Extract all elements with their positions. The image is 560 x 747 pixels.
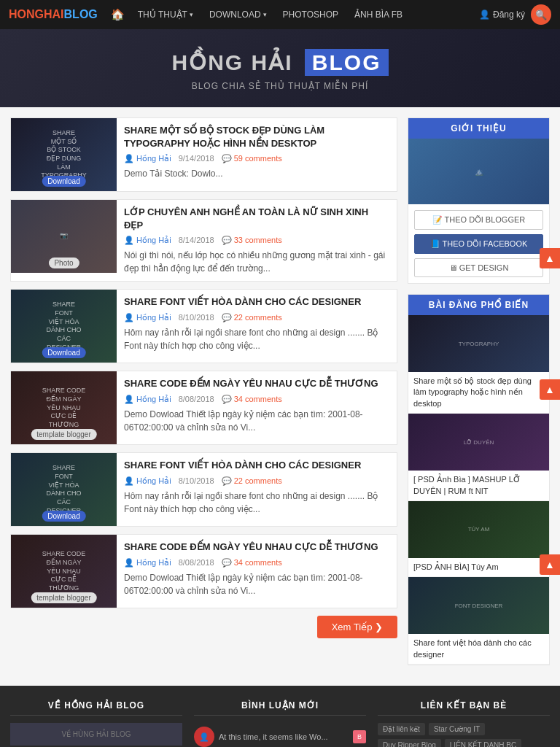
main-nav: THỦ THUẬT ▾ DOWNLOAD ▾ PHOTOSHOP ẢNH BÌA…	[131, 7, 479, 23]
popular-thumb-text: TÚY AM	[468, 526, 490, 533]
scroll-up-button-2[interactable]: ▲	[540, 379, 560, 400]
get-design-button[interactable]: 🖥 GET DESIGN	[414, 258, 543, 277]
post-date: 8/14/2018	[179, 236, 214, 245]
post-card: SHARE CODEĐẾM NGÀYYÊU NHAUCỰC DỄTHƯƠNG t…	[10, 534, 397, 608]
nav-right: 👤 Đăng ký 🔍	[479, 4, 551, 25]
follow-facebook-button[interactable]: 📘 THEO DÕI FACEBOOK	[414, 234, 543, 254]
post-title[interactable]: SHARE FONT VIẾT HÒA DÀNH CHO CÁC DESIGNE…	[124, 459, 389, 472]
sidebar-popular-title: BÀI ĐĂNG PHỔ BIẾN	[408, 295, 549, 315]
search-button[interactable]: 🔍	[531, 4, 551, 25]
post-info: SHARE CODE ĐẾM NGÀY YÊU NHAU CỰC DỄ THƯƠ…	[117, 371, 397, 444]
sidebar-intro-title: GIỚI THIỆU	[408, 118, 549, 139]
logo-text: HONGHAI	[9, 8, 64, 20]
login-link[interactable]: 👤 Đăng ký	[479, 9, 525, 20]
nav-photoshop[interactable]: PHOTOSHOP	[276, 7, 346, 23]
popular-post-title: Share font việt hóa dành cho các designe…	[408, 634, 549, 664]
thumb-text: SHARE CODEĐẾM NGÀYYÊU NHAUCỰC DỄTHƯƠNG	[39, 384, 89, 432]
title-blue: BLOG	[305, 49, 389, 76]
thumb-badge: template blogger	[31, 429, 97, 440]
footer-about-widget: VỀ HÙNG HẢI BLOG	[10, 723, 182, 746]
post-title[interactable]: SHARE CODE ĐẾM NGÀY YÊU NHAU CỰC DỄ THƯƠ…	[124, 377, 389, 390]
post-meta: 👤 Hồng Hải 8/08/2018 💬 34 comments	[124, 558, 389, 568]
nav-download[interactable]: DOWNLOAD ▾	[202, 7, 274, 23]
post-thumbnail: 📷 Photo	[11, 200, 117, 273]
post-title[interactable]: SHARE MỘT SỐ BỘ STOCK ĐẸP DÙNG LÀM TYPOG…	[124, 124, 389, 150]
load-more-section: Xem Tiếp ❯	[10, 616, 397, 638]
post-thumbnail: SHAREMỘT SỐBỘ STOCKĐẸP DÙNGLÀMTYPOGRAPHY…	[11, 118, 117, 191]
popular-thumb: TÚY AM	[408, 501, 549, 558]
sidebar-buttons: 📝 THEO DÕI BLOGGER 📘 THEO DÕI FACEBOOK 🖥…	[408, 204, 549, 283]
comment-list: 👤 At this time, it seems like Wo... B 👤 …	[194, 723, 366, 747]
top-navigation: HONGHAIBLOG 🏠 THỦ THUẬT ▾ DOWNLOAD ▾ PHO…	[0, 0, 560, 29]
footer-about-title: VỀ HỒNG HẢI BLOG	[10, 700, 182, 716]
post-comments[interactable]: 💬 33 comments	[222, 236, 282, 245]
title-gray: HỒNG HẢI	[171, 50, 292, 74]
post-meta: 👤 Hồng Hải 8/10/2018 💬 22 comments	[124, 476, 389, 486]
link-tag[interactable]: Đặt liên kết	[378, 723, 425, 735]
main-content: SHAREMỘT SỐBỘ STOCKĐẸP DÙNGLÀMTYPOGRAPHY…	[0, 107, 560, 686]
post-title[interactable]: SHARE FONT VIẾT HÒA DÀNH CHO CÁC DESIGNE…	[124, 295, 389, 309]
popular-post-item[interactable]: FONT DESIGNER Share font việt hóa dành c…	[408, 577, 549, 665]
post-date: 8/08/2018	[179, 558, 214, 568]
nav-anh-bia-fb[interactable]: ẢNH BÌA FB	[347, 7, 410, 23]
home-nav-item[interactable]: 🏠	[111, 8, 125, 21]
post-author[interactable]: 👤 Hồng Hải	[124, 154, 171, 163]
post-comments[interactable]: 💬 34 comments	[222, 558, 282, 568]
post-info: SHARE CODE ĐẾM NGÀY YÊU NHAU CỰC DỄ THƯƠ…	[117, 535, 397, 608]
nav-thu-thuat[interactable]: THỦ THUẬT ▾	[131, 7, 201, 23]
popular-thumb: LỠ DUYÊN	[408, 414, 549, 471]
caret-icon-2: ▾	[263, 11, 267, 18]
comment-item: 👤 At this time, it seems like Wo... B	[194, 723, 366, 747]
post-thumbnail: SHAREFONTVIỆT HÓADÀNH CHOCÁCDESIGNER Dow…	[11, 290, 117, 363]
post-author[interactable]: 👤 Hồng Hải	[124, 236, 171, 245]
comment-blogger-icon: B	[353, 730, 366, 743]
friend-links: Đặt liên kết Star Cường IT Duy Ripper Bl…	[378, 723, 550, 747]
post-card: SHAREFONTVIỆT HÓADÀNH CHOCÁCDESIGNER Dow…	[10, 452, 397, 527]
popular-post-title: Share một số bộ stock đẹp dùng làm typog…	[408, 372, 549, 413]
thumb-badge: template blogger	[31, 592, 97, 603]
link-tag[interactable]: Star Cường IT	[429, 723, 485, 735]
post-author[interactable]: 👤 Hồng Hải	[124, 395, 171, 404]
popular-thumb-text: FONT DESIGNER	[455, 603, 503, 609]
site-subtitle: BLOG CHIA SẺ THỦ THUẬT MIỄN PHÍ	[15, 81, 545, 91]
post-comments[interactable]: 💬 34 comments	[222, 395, 282, 404]
link-tag[interactable]: LIÊN KẾT DANH BC	[445, 739, 521, 747]
thumb-text: SHAREFONTVIỆT HÓADÀNH CHOCÁCDESIGNER	[43, 298, 84, 355]
thumb-badge: Download	[42, 176, 85, 187]
popular-post-item[interactable]: TYPOGRAPHY Share một số bộ stock đẹp dùn…	[408, 315, 549, 414]
scroll-up-button-3[interactable]: ▲	[540, 554, 560, 575]
popular-thumb: TYPOGRAPHY	[408, 315, 549, 372]
post-author[interactable]: 👤 Hồng Hải	[124, 313, 171, 322]
post-date: 8/10/2018	[179, 476, 214, 486]
post-comments[interactable]: 💬 22 comments	[222, 313, 282, 322]
post-card: SHAREFONTVIỆT HÓADÀNH CHOCÁCDESIGNER Dow…	[10, 289, 397, 363]
post-excerpt: Demo Dowload Thiết lập ngày kỷ niệm các …	[124, 408, 389, 434]
scroll-up-button[interactable]: ▲	[540, 248, 560, 268]
posts-column: SHAREMỘT SỐBỘ STOCKĐẸP DÙNGLÀMTYPOGRAPHY…	[10, 117, 397, 676]
post-meta: 👤 Hồng Hải 8/08/2018 💬 34 comments	[124, 395, 389, 404]
post-date: 8/08/2018	[179, 395, 214, 404]
popular-post-title: [ PSD Ảnh Bìa ] MASHUP LỠ DUYÊN | RUM ft…	[408, 471, 549, 500]
post-comments[interactable]: 💬 22 comments	[222, 476, 282, 486]
post-comments[interactable]: 💬 59 comments	[222, 154, 282, 163]
post-title[interactable]: LỚP CHUYÊN ANH NGHỀ AN TOÀN LÀ NỮ SINH X…	[124, 206, 389, 232]
footer-comments-col: BÌNH LUẬN MỚI 👤 At this time, it seems l…	[194, 700, 366, 747]
post-author[interactable]: 👤 Hồng Hải	[124, 476, 171, 486]
link-tag[interactable]: Duy Ripper Blog	[378, 739, 441, 747]
comment-avatar: 👤	[194, 727, 214, 747]
popular-thumb-text: LỠ DUYÊN	[464, 439, 494, 446]
popular-post-title: [PSD ẢNH BÌA] Túy Am	[408, 558, 549, 576]
site-logo[interactable]: HONGHAIBLOG	[9, 8, 98, 21]
popular-post-item[interactable]: TÚY AM [PSD ẢNH BÌA] Túy Am	[408, 501, 549, 577]
post-title[interactable]: SHARE CODE ĐẾM NGÀY YÊU NHAU CỰC DỄ THƯƠ…	[124, 541, 389, 554]
popular-thumb-text: TYPOGRAPHY	[459, 341, 499, 347]
sidebar: GIỚI THIỆU 🏔️ 📝 THEO DÕI BLOGGER 📘 THEO …	[408, 117, 550, 676]
thumb-text: 📷	[57, 229, 71, 244]
post-author[interactable]: 👤 Hồng Hải	[124, 558, 171, 568]
follow-blogger-button[interactable]: 📝 THEO DÕI BLOGGER	[414, 210, 543, 230]
post-meta: 👤 Hồng Hải 8/10/2018 💬 22 comments	[124, 313, 389, 322]
load-more-button[interactable]: Xem Tiếp ❯	[317, 616, 397, 638]
post-date: 9/14/2018	[179, 154, 214, 163]
footer-links-col: LIÊN KẾT BẠN BÈ Đặt liên kết Star Cường …	[378, 700, 550, 747]
popular-post-item[interactable]: LỠ DUYÊN [ PSD Ảnh Bìa ] MASHUP LỠ DUYÊN…	[408, 414, 549, 501]
